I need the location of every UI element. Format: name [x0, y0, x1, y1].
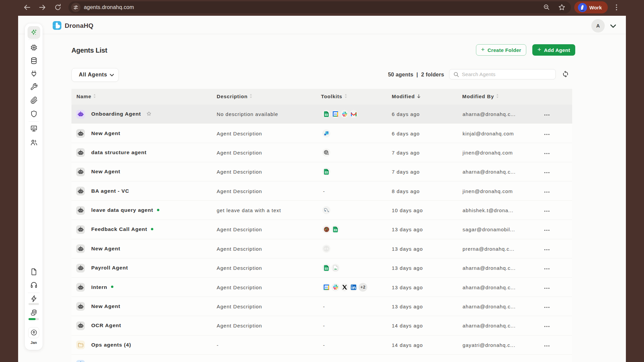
- svg-text:31: 31: [325, 286, 328, 289]
- svg-text:31: 31: [334, 113, 337, 116]
